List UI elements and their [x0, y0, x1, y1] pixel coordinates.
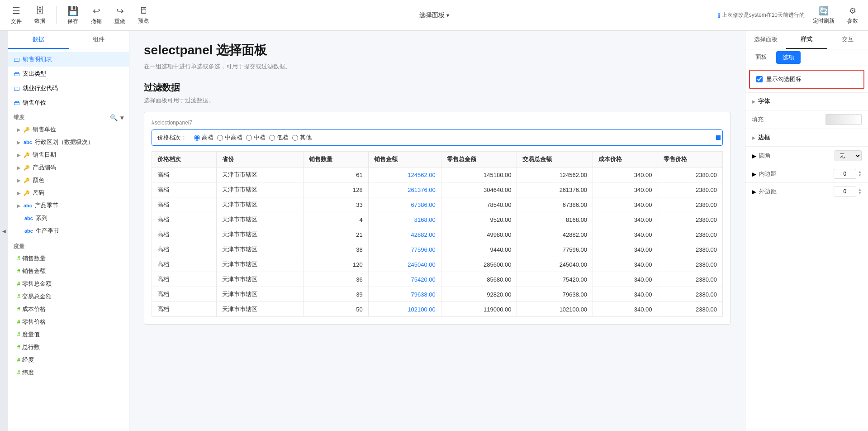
- margin-arrow-icon: ▶: [752, 188, 756, 195]
- chevron-down-icon: ▾: [446, 12, 449, 19]
- preview-button[interactable]: 🖥 预览: [133, 4, 154, 27]
- redo-label: 重做: [114, 18, 125, 25]
- tab-data[interactable]: 数据: [8, 31, 69, 49]
- dimension-actions: 🔍 ▾: [110, 114, 123, 121]
- page-desc: 在一组选项中进行单选或多选，可用于提交或过滤数据。: [144, 62, 730, 71]
- cell-r9-c7: 2380.00: [658, 302, 722, 317]
- measure-label-5: 零售价格: [22, 318, 46, 326]
- cell-r3-c4: 9520.00: [441, 212, 517, 227]
- hash-icon-2: #: [17, 281, 20, 287]
- measure-item-1[interactable]: # 销售金额: [8, 265, 129, 278]
- radio-option-4[interactable]: 其他: [292, 134, 312, 142]
- dim-item-5[interactable]: ▶ 🔑 尺码: [8, 187, 129, 199]
- tab-interact[interactable]: 交互: [827, 31, 868, 49]
- dim-subitem-0[interactable]: abc 系列: [8, 212, 129, 225]
- measure-item-2[interactable]: # 零售总金额: [8, 278, 129, 290]
- table-header-row: 价格档次 省份 销售数量 销售金额 零售总金额 交易总金额 成本价格 零售价格: [152, 152, 723, 168]
- radio-option-2[interactable]: 中档: [246, 134, 266, 142]
- toolbar-title-area[interactable]: 选择面板 ▾: [419, 11, 449, 19]
- sub-tab-panel[interactable]: 面板: [749, 49, 773, 66]
- margin-spinner[interactable]: ▲ ▼: [858, 188, 862, 195]
- search-icon[interactable]: 🔍: [110, 114, 118, 121]
- undo-button[interactable]: ↩ 撤销: [85, 4, 107, 27]
- refresh-button[interactable]: 🔄 定时刷新: [808, 4, 839, 27]
- dim-item-2[interactable]: ▶ 🔑 销售日期: [8, 148, 129, 161]
- radius-select[interactable]: 无 小 中 大: [835, 150, 862, 161]
- dim-item-0[interactable]: ▶ 🔑 销售单位: [8, 123, 129, 136]
- show-checkbox-input[interactable]: [756, 76, 763, 82]
- cell-r3-c6: 340.00: [593, 212, 658, 227]
- data-source-2[interactable]: 🗃 就业行业代码: [8, 81, 129, 96]
- collapse-toggle[interactable]: ◀: [0, 31, 8, 431]
- dim-sublabel-0: 系列: [36, 214, 47, 222]
- radio-input-4[interactable]: [292, 135, 298, 141]
- chevron-down-icon-dim[interactable]: ▾: [120, 114, 123, 121]
- measure-item-0[interactable]: # 销售数量: [8, 252, 129, 265]
- cell-r4-c4: 49980.00: [441, 227, 517, 242]
- padding-input[interactable]: [834, 169, 856, 179]
- font-section-header[interactable]: ▶ 字体: [745, 93, 868, 110]
- params-button[interactable]: ⚙ 参数: [843, 4, 863, 27]
- padding-spinner[interactable]: ▲ ▼: [858, 170, 862, 177]
- radio-option-1[interactable]: 中高档: [217, 134, 242, 142]
- measure-section-header: 度量: [8, 239, 129, 252]
- margin-input[interactable]: [834, 187, 856, 196]
- hash-icon-1: #: [17, 268, 20, 274]
- border-section: ▶ 边框: [745, 129, 868, 146]
- dim-item-4[interactable]: ▶ 🔑 颜色: [8, 174, 129, 187]
- dim-item-1[interactable]: ▶ abc 行政区划（数据级次）: [8, 136, 129, 148]
- show-checkbox-label[interactable]: 显示勾选图标: [766, 75, 802, 83]
- measure-item-3[interactable]: # 交易总金额: [8, 290, 129, 303]
- dimension-section-title: 维度: [14, 114, 24, 121]
- radio-input-2[interactable]: [246, 135, 252, 141]
- padding-section: ▶ 内边距 ▲ ▼: [745, 165, 868, 182]
- radio-input-0[interactable]: [194, 135, 200, 141]
- data-source-3[interactable]: 🗃 销售单位: [8, 96, 129, 110]
- cell-r7-c5: 75420.00: [517, 272, 593, 287]
- dim-subitem-1[interactable]: abc 生产季节: [8, 225, 129, 237]
- refresh-icon: 🔄: [819, 6, 829, 16]
- table-header: 价格档次 省份 销售数量 销售金额 零售总金额 交易总金额 成本价格 零售价格: [152, 152, 723, 168]
- tab-style[interactable]: 样式: [786, 31, 827, 49]
- tab-select-panel[interactable]: 选择面板: [745, 31, 786, 49]
- cell-r2-c4: 78540.00: [441, 197, 517, 212]
- radio-input-1[interactable]: [217, 135, 223, 141]
- fill-value: [773, 114, 862, 125]
- drag-handle[interactable]: [716, 135, 721, 140]
- col-header-1: 省份: [217, 152, 304, 168]
- data-source-0[interactable]: 🗃 销售明细表: [8, 52, 129, 67]
- measure-label-4: 成本价格: [22, 305, 46, 313]
- file-button[interactable]: ☰ 文件: [5, 4, 27, 27]
- radio-option-0[interactable]: 高档: [194, 134, 213, 142]
- radio-option-3[interactable]: 低档: [269, 134, 289, 142]
- toolbar-left-group: ☰ 文件 🗄 数据 💾 保存 ↩ 撤销 ↪ 重做 🖥 预览: [5, 4, 154, 27]
- measure-item-5[interactable]: # 零售价格: [8, 316, 129, 328]
- cell-r5-c5: 77596.00: [517, 242, 593, 257]
- measure-item-6[interactable]: # 度量值: [8, 328, 129, 341]
- measure-label-7: 总行数: [22, 343, 40, 351]
- measure-item-8[interactable]: # 经度: [8, 354, 129, 366]
- toolbar-divider: [56, 6, 57, 24]
- save-button[interactable]: 💾 保存: [62, 4, 84, 27]
- fill-preview[interactable]: [825, 114, 862, 125]
- data-button[interactable]: 🗄 数据: [29, 4, 51, 27]
- cell-r1-c1: 天津市市辖区: [217, 182, 304, 197]
- dim-item-6[interactable]: ▶ abc 产品季节: [8, 199, 129, 212]
- cell-r2-c1: 天津市市辖区: [217, 197, 304, 212]
- sub-tab-options[interactable]: 选项: [776, 51, 801, 64]
- redo-button[interactable]: ↪ 重做: [109, 4, 131, 27]
- padding-row: ▶ 内边距 ▲ ▼: [745, 165, 868, 182]
- measure-item-9[interactable]: # 纬度: [8, 366, 129, 379]
- data-source-1[interactable]: 🗃 支出类型: [8, 67, 129, 81]
- cell-r5-c0: 高档: [152, 242, 217, 257]
- data-label: 数据: [34, 17, 45, 25]
- radio-input-3[interactable]: [269, 135, 275, 141]
- measure-item-7[interactable]: # 总行数: [8, 341, 129, 354]
- dim-label-1: 行政区划（数据级次）: [35, 138, 94, 146]
- measure-item-4[interactable]: # 成本价格: [8, 303, 129, 316]
- tab-components[interactable]: 组件: [69, 31, 129, 49]
- dim-item-3[interactable]: ▶ 🔑 产品编码: [8, 161, 129, 174]
- table-row: 高档天津市市辖区61124562.00145180.00124562.00340…: [152, 168, 723, 182]
- border-section-header[interactable]: ▶ 边框: [745, 129, 868, 146]
- cell-r2-c5: 67386.00: [517, 197, 593, 212]
